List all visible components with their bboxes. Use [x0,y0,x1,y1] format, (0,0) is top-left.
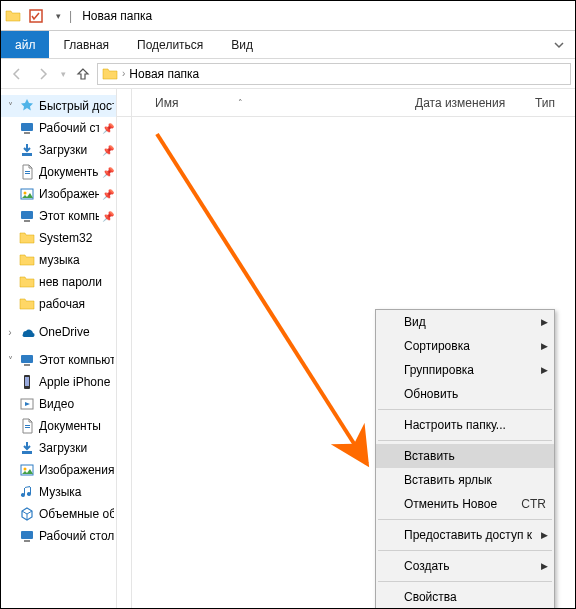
svg-rect-11 [24,364,30,366]
cm-paste[interactable]: Вставить [376,444,554,468]
sidebar-item-label: Этот компь… [39,209,99,223]
window-title: Новая папка [82,9,152,23]
cm-undo[interactable]: Отменить Новое CTR [376,492,554,516]
address-path[interactable]: › Новая папка [97,63,571,85]
sidebar-item[interactable]: Apple iPhone [1,371,116,393]
sidebar-item-label: Объемные объ… [39,507,114,521]
sidebar-item[interactable]: Документы 📌 [1,161,116,183]
nav-history-dropdown[interactable]: ▾ [57,62,69,86]
svg-rect-9 [24,220,30,222]
sidebar-item[interactable]: Музыка [1,481,116,503]
sidebar-item-label: Этот компьютер [39,353,114,367]
cm-separator [378,440,552,441]
sidebar-item[interactable]: музыка [1,249,116,271]
downloads-icon [18,141,36,159]
sort-caret-icon: ˄ [238,98,243,108]
sidebar-item[interactable]: Документы [1,415,116,437]
pin-icon: 📌 [102,145,114,156]
cm-label: Отменить Новое [404,497,497,511]
sidebar-item-label: рабочая [39,297,114,311]
sidebar-item-label: System32 [39,231,114,245]
sidebar-item-label: Загрузки [39,441,114,455]
svg-rect-4 [25,171,30,172]
sidebar-item-label: Изображения [39,463,114,477]
breadcrumb[interactable]: Новая папка [129,67,199,81]
svg-point-19 [24,468,27,471]
svg-rect-2 [24,132,30,134]
sidebar-item-label: Музыка [39,485,114,499]
star-icon [18,97,36,115]
pictures-icon [18,461,36,479]
expand-icon[interactable]: ˅ [5,101,15,112]
svg-rect-3 [22,153,32,156]
cm-view[interactable]: Вид [376,310,554,334]
svg-rect-10 [21,355,33,363]
cm-refresh[interactable]: Обновить [376,382,554,406]
tab-view[interactable]: Вид [217,31,267,58]
column-date[interactable]: Дата изменения [405,96,525,110]
cm-new[interactable]: Создать [376,554,554,578]
thispc-icon [18,207,36,225]
videos-icon [18,395,36,413]
cm-properties[interactable]: Свойства [376,585,554,609]
pin-icon: 📌 [102,167,114,178]
folder-icon [102,66,118,82]
folder-icon [18,273,36,291]
column-type[interactable]: Тип [525,96,575,110]
column-label: Имя [155,96,178,110]
sidebar-item[interactable]: рабочая [1,293,116,315]
nav-back-button[interactable] [5,62,29,86]
sidebar-item[interactable]: Рабочий сто… 📌 [1,117,116,139]
qat-dropdown-icon[interactable]: ▾ [51,5,65,27]
column-name[interactable]: Имя ˄ [145,96,405,110]
tab-home[interactable]: Главная [49,31,123,58]
sidebar-item[interactable]: System32 [1,227,116,249]
cm-give-access[interactable]: Предоставить доступ к [376,523,554,547]
tab-share[interactable]: Поделиться [123,31,217,58]
cm-group[interactable]: Группировка [376,358,554,382]
tab-file[interactable]: айл [1,31,49,58]
sidebar-item[interactable]: Объемные объ… [1,503,116,525]
thispc-icon [18,351,36,369]
chevron-right-icon: › [122,68,125,79]
sidebar-item[interactable]: Изображения [1,459,116,481]
sidebar-item[interactable]: Рабочий стол [1,525,116,547]
navigation-pane: ˅ Быстрый доступ Рабочий сто… 📌 Загрузки… [1,89,117,608]
sidebar-item-label: Документы [39,419,114,433]
sidebar-this-pc[interactable]: ˅ Этот компьютер [1,349,116,371]
nav-up-button[interactable] [71,62,95,86]
svg-rect-1 [21,123,33,131]
sidebar-item-label: Видео [39,397,114,411]
cm-paste-shortcut[interactable]: Вставить ярлык [376,468,554,492]
sidebar-onedrive[interactable]: › OneDrive [1,321,116,343]
sidebar-item[interactable]: Видео [1,393,116,415]
sidebar-item[interactable]: нев пароли [1,271,116,293]
file-list-area[interactable]: Имя ˄ Дата изменения Тип Вид Сортировка … [117,89,575,608]
ribbon-expand-icon[interactable] [543,31,575,58]
ribbon-tabs: айл Главная Поделиться Вид [1,31,575,59]
pin-icon: 📌 [102,189,114,200]
sidebar-item[interactable]: Изображени… 📌 [1,183,116,205]
expand-icon[interactable]: ˅ [5,355,15,366]
nav-forward-button[interactable] [31,62,55,86]
sidebar-item-label: нев пароли [39,275,114,289]
column-headers: Имя ˄ Дата изменения Тип [117,89,575,117]
documents-icon [18,163,36,181]
sidebar-item-label: Рабочий стол [39,529,114,543]
sidebar-item-label: Рабочий сто… [39,121,99,135]
svg-rect-21 [24,540,30,542]
sidebar-item[interactable]: Загрузки [1,437,116,459]
cm-customize[interactable]: Настроить папку... [376,413,554,437]
sidebar-item-label: Документы [39,165,99,179]
sidebar-item[interactable]: Этот компь… 📌 [1,205,116,227]
sidebar-item-label: Быстрый доступ [39,99,114,113]
sidebar-item[interactable]: Загрузки 📌 [1,139,116,161]
music-icon [18,483,36,501]
qat-properties-icon[interactable] [25,5,47,27]
svg-rect-8 [21,211,33,219]
expand-icon[interactable]: › [5,327,15,338]
cm-sort[interactable]: Сортировка [376,334,554,358]
pictures-icon [18,185,36,203]
title-bar: ▾ | Новая папка [1,1,575,31]
sidebar-quick-access[interactable]: ˅ Быстрый доступ [1,95,116,117]
